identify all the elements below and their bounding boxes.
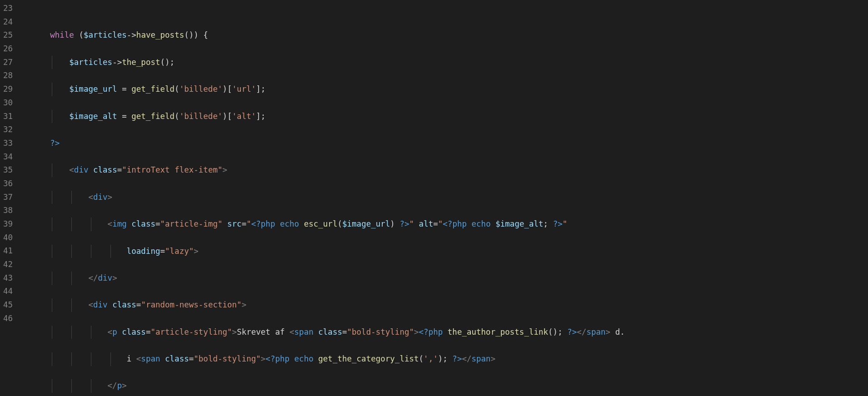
fn-the-post: the_post [122, 58, 160, 67]
code-line[interactable]: i <span class="bold-styling"><?php echo … [31, 352, 625, 366]
paren-close: ) [222, 112, 227, 121]
line-number: 35 [0, 163, 13, 177]
code-line[interactable]: loading="lazy"> [31, 245, 625, 258]
line-number: 45 [0, 298, 13, 312]
variable-image-alt: $image_alt [495, 219, 543, 228]
quote-open: " [246, 219, 251, 228]
string-comma: ',' [424, 354, 438, 363]
tag-p: p [117, 381, 122, 390]
php-echo: echo [472, 219, 491, 228]
php-close-tag: ?> [50, 139, 60, 148]
line-number: 39 [0, 218, 13, 231]
attr-loading: loading [127, 247, 160, 256]
code-area[interactable]: while ($articles->have_posts()) { $artic… [22, 0, 625, 396]
tag-open: < [108, 219, 113, 228]
php-close-tag: ?> [399, 219, 409, 228]
paren-close: ) [194, 30, 199, 40]
line-number: 41 [0, 244, 13, 258]
variable-image-alt: $image_alt [69, 112, 117, 121]
string-article-img: "article-img" [160, 219, 223, 228]
php-close-tag: ?> [553, 219, 563, 228]
equals: = [160, 247, 165, 256]
quote-close: " [563, 219, 568, 228]
tag-div: div [93, 300, 108, 309]
attr-class: class [165, 354, 189, 363]
code-line[interactable]: ?> [31, 137, 625, 150]
variable-articles: $articles [84, 30, 127, 40]
code-line[interactable]: <img class="article-img" src="<?php echo… [31, 218, 625, 231]
php-echo: echo [280, 219, 299, 228]
line-number: 25 [0, 29, 13, 42]
line-number: 44 [0, 285, 13, 298]
string-random-news: "random-news-section" [141, 300, 241, 309]
tag-close-open: </ [462, 354, 471, 363]
fn-category-list: get_the_category_list [318, 354, 419, 363]
code-line[interactable]: $articles->the_post(); [31, 56, 625, 69]
paren-open: ( [175, 112, 180, 121]
php-open-tag: <?php [419, 327, 443, 337]
bracket-close: ] [256, 84, 261, 94]
op-arrow: -> [127, 30, 136, 40]
semicolon: ; [170, 58, 175, 67]
string-article-styling: "article-styling" [150, 327, 232, 337]
bracket-close: ] [256, 112, 261, 121]
equals: = [433, 219, 438, 228]
attr-src: src [227, 219, 242, 228]
op-assign: = [117, 112, 132, 121]
tag-div: div [74, 165, 89, 174]
tag-open: < [108, 327, 113, 337]
code-line[interactable]: </div> [31, 272, 625, 285]
code-line[interactable]: <div class="random-news-section"> [31, 298, 625, 312]
code-editor[interactable]: 23 24 25 26 27 28 29 30 31 32 33 34 35 3… [0, 0, 868, 396]
op-assign: = [117, 84, 132, 94]
line-number: 38 [0, 204, 13, 218]
brace-open: { [199, 30, 208, 40]
string-bold-styling: "bold-styling" [347, 327, 414, 337]
code-line[interactable]: $image_alt = get_field('billede')['alt']… [31, 110, 625, 124]
string-billede: 'billede' [180, 112, 223, 121]
php-open-tag: <?php [443, 219, 467, 228]
code-line[interactable]: <div> [31, 191, 625, 204]
string-billede: 'billede' [180, 84, 223, 94]
line-number: 27 [0, 56, 13, 69]
line-number: 42 [0, 258, 13, 272]
line-number: 37 [0, 191, 13, 204]
paren-close: ) [390, 219, 395, 228]
line-number: 33 [0, 137, 13, 150]
code-line[interactable]: $image_url = get_field('billede')['url']… [31, 83, 625, 96]
line-number: 46 [0, 312, 13, 326]
line-number: 29 [0, 83, 13, 96]
line-number-gutter: 23 24 25 26 27 28 29 30 31 32 33 34 35 3… [0, 0, 22, 396]
tag-close-open: </ [88, 273, 98, 282]
code-line[interactable]: while ($articles->have_posts()) { [31, 29, 625, 42]
string-url: 'url' [232, 84, 256, 94]
php-echo: echo [294, 354, 314, 363]
equals: = [342, 327, 347, 337]
line-number: 24 [0, 15, 13, 29]
string-lazy: "lazy" [165, 247, 194, 256]
tag-div: div [93, 193, 108, 202]
code-line[interactable]: <div class="introText flex-item"> [31, 163, 625, 177]
tag-span: span [141, 354, 160, 363]
fn-get-field: get_field [131, 84, 175, 94]
paren-open: ( [337, 219, 342, 228]
line-number: 28 [0, 69, 13, 83]
equals: = [189, 354, 194, 363]
tag-img: img [112, 219, 127, 228]
line-number: 26 [0, 42, 13, 56]
equals: = [242, 219, 247, 228]
tag-end: > [112, 273, 117, 282]
quote-close: " [409, 219, 414, 228]
variable-articles: $articles [69, 58, 112, 67]
line-number: 23 [0, 2, 13, 15]
tag-span: span [294, 327, 314, 337]
tag-open: < [69, 165, 74, 174]
code-line[interactable]: <p class="article-styling">Skrevet af <s… [31, 326, 625, 339]
line-number: 36 [0, 177, 13, 191]
fn-get-field: get_field [131, 112, 175, 121]
code-line[interactable]: </p> [31, 379, 625, 393]
bracket-open: [ [227, 84, 232, 94]
line-number: 31 [0, 110, 13, 124]
tag-end: > [414, 327, 419, 337]
tag-end: > [242, 300, 247, 309]
